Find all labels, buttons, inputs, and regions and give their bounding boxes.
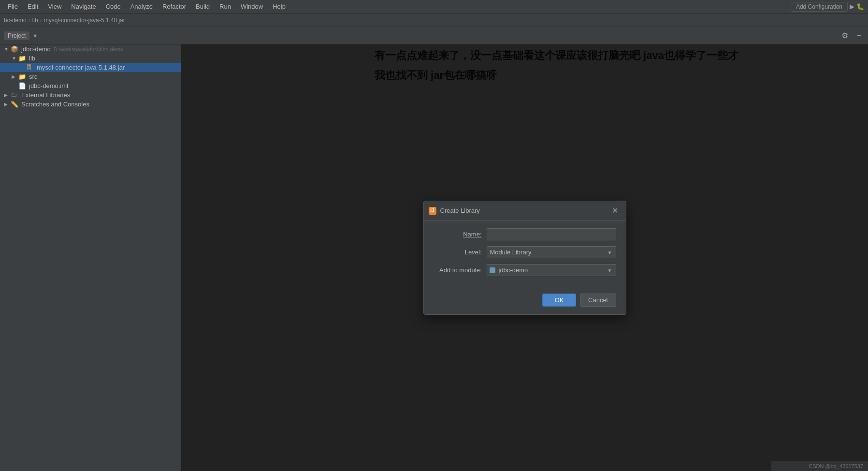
- dialog-overlay: IJ Create Library ✕ Name: Level:: [181, 44, 868, 471]
- tree-iml-label: jdbc-demo.iml: [29, 82, 68, 89]
- menubar: File Edit View Navigate Code Analyze Ref…: [0, 0, 868, 14]
- tree-item-jar[interactable]: 🗄 mysql-connector-java-5.1.48.jar: [0, 63, 181, 72]
- tree-external-libraries-label: External Libraries: [21, 91, 70, 99]
- dialog-body: Name: Level: Module Library Project Libr…: [424, 221, 626, 290]
- level-select[interactable]: Module Library Project Library Global Li…: [487, 246, 616, 258]
- expand-arrow-icon: ▼: [4, 46, 11, 52]
- tree-src-label: src: [29, 73, 37, 80]
- dialog-name-row: Name:: [434, 228, 616, 240]
- iml-file-icon: 📄: [18, 82, 27, 89]
- module-select-wrapper: jdbc-demo: [487, 264, 616, 276]
- content-area: 有一点点难起来了，没一点基础看这个课应该很打脑壳吧 java也得学了一些才 我也…: [181, 44, 868, 471]
- name-input[interactable]: [487, 228, 616, 240]
- project-dropdown[interactable]: Project: [4, 31, 29, 40]
- tree-item-iml[interactable]: 📄 jdbc-demo.iml: [0, 81, 181, 90]
- toolbar-minus-button[interactable]: −: [854, 29, 864, 42]
- breadcrumb-file[interactable]: mysql-connector-java-5.1.48.jar: [44, 17, 125, 24]
- debug-icon[interactable]: 🐛: [856, 3, 864, 10]
- src-folder-icon: 📁: [18, 73, 27, 80]
- menu-edit[interactable]: Edit: [24, 1, 42, 12]
- breadcrumb-project[interactable]: bc-demo: [4, 17, 27, 24]
- run-icon[interactable]: ▶: [850, 3, 854, 10]
- ext-lib-expand-icon: ▶: [4, 92, 11, 98]
- menu-code[interactable]: Code: [102, 1, 125, 12]
- breadcrumb-bar: bc-demo › lib › mysql-connector-java-5.1…: [0, 14, 868, 27]
- menu-build[interactable]: Build: [192, 1, 214, 12]
- tree-item-scratches[interactable]: ▶ ✏️ Scratches and Consoles: [0, 100, 181, 109]
- dialog-level-row: Level: Module Library Project Library Gl…: [434, 246, 616, 258]
- menu-window[interactable]: Window: [237, 1, 267, 12]
- tree-item-external-libraries[interactable]: ▶ 🗂 External Libraries: [0, 90, 181, 100]
- tree-item-src[interactable]: ▶ 📁 src: [0, 72, 181, 81]
- dialog-app-icon: IJ: [429, 207, 436, 215]
- menu-view[interactable]: View: [44, 1, 65, 12]
- dialog-module-row: Add to module: jdbc-demo: [434, 264, 616, 276]
- create-library-dialog: IJ Create Library ✕ Name: Level:: [423, 201, 626, 315]
- breadcrumb-lib[interactable]: lib: [32, 17, 38, 24]
- menu-analyze[interactable]: Analyze: [127, 1, 157, 12]
- dropdown-arrow-icon: ▼: [32, 33, 38, 39]
- tree-item-project[interactable]: ▼ 📦 jdbc-demo D:\workspace\jdbc\jdbc-dem…: [0, 44, 181, 54]
- add-to-module-label: Add to module:: [434, 266, 482, 274]
- dialog-close-button[interactable]: ✕: [609, 205, 621, 216]
- lib-expand-arrow-icon: ▼: [12, 56, 18, 61]
- add-configuration-button[interactable]: Add Configuration: [791, 2, 848, 12]
- dialog-titlebar: IJ Create Library ✕: [424, 201, 626, 221]
- tree-project-path: D:\workspace\jdbc\jdbc-demo: [54, 46, 123, 52]
- menu-navigate[interactable]: Navigate: [67, 1, 100, 12]
- toolbar-settings-button[interactable]: ⚙: [839, 29, 851, 42]
- module-icon: 📦: [11, 45, 19, 53]
- tree-jar-label: mysql-connector-java-5.1.48.jar: [37, 64, 125, 71]
- dialog-footer: OK Cancel: [424, 290, 626, 314]
- menu-file[interactable]: File: [4, 1, 22, 12]
- tree-item-lib[interactable]: ▼ 📁 lib: [0, 54, 181, 63]
- jar-file-icon: 🗄: [26, 64, 35, 71]
- main-layout: ▼ 📦 jdbc-demo D:\workspace\jdbc\jdbc-dem…: [0, 44, 868, 471]
- folder-icon: 📁: [18, 55, 27, 62]
- tree-project-name: jdbc-demo: [21, 45, 51, 53]
- toolbar: Project ▼ ⚙ −: [0, 27, 868, 44]
- sidebar: ▼ 📦 jdbc-demo D:\workspace\jdbc\jdbc-dem…: [0, 44, 181, 471]
- module-select[interactable]: jdbc-demo: [487, 264, 616, 276]
- breadcrumb-sep1: ›: [29, 17, 30, 24]
- breadcrumb-sep2: ›: [40, 17, 42, 24]
- ok-button[interactable]: OK: [542, 294, 576, 307]
- menu-refactor[interactable]: Refactor: [159, 1, 190, 12]
- menu-run[interactable]: Run: [216, 1, 235, 12]
- cancel-button[interactable]: Cancel: [580, 294, 616, 307]
- src-expand-arrow-icon: ▶: [12, 74, 18, 79]
- ext-lib-icon: 🗂: [11, 91, 19, 99]
- menu-help[interactable]: Help: [269, 1, 289, 12]
- dialog-title: Create Library: [440, 207, 605, 214]
- tree-scratches-label: Scratches and Consoles: [21, 101, 89, 108]
- name-label: Name:: [434, 231, 482, 238]
- scratches-expand-icon: ▶: [4, 102, 11, 107]
- scratches-icon: ✏️: [11, 101, 19, 108]
- level-label: Level:: [434, 249, 482, 256]
- level-select-wrapper: Module Library Project Library Global Li…: [487, 246, 616, 258]
- tree-lib-label: lib: [29, 55, 35, 62]
